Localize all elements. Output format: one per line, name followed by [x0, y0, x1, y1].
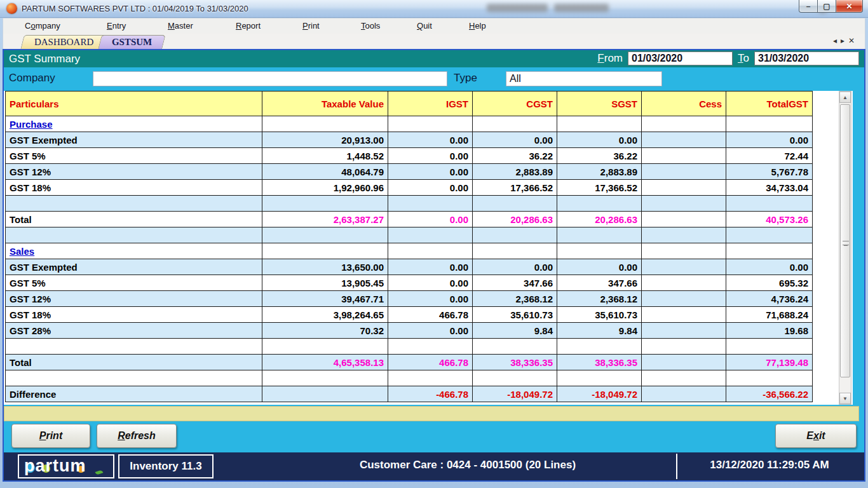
row-label: GST 12% [6, 164, 262, 180]
cell: 17,366.52 [557, 180, 642, 196]
cell: 36.22 [557, 148, 642, 164]
tab-gstsum[interactable]: GSTSUM [98, 35, 166, 49]
cell [642, 180, 726, 196]
table-row: GST 12%48,064.790.002,883.892,883.895,76… [6, 164, 813, 180]
cell [642, 148, 726, 164]
tab-nav: ◂▸✕ [833, 36, 858, 45]
to-date-input[interactable]: 31/03/2020 [754, 51, 859, 65]
product-version: Inventory 11.3 [118, 454, 214, 478]
col-particulars: Particulars [6, 92, 262, 116]
menu-entry[interactable]: Entry [107, 21, 126, 30]
cell [726, 243, 813, 259]
cell [473, 243, 557, 259]
table-row: GST 12%39,467.710.002,368.122,368.124,73… [6, 291, 813, 307]
cell [642, 339, 726, 355]
table-row: Total4,65,358.13466.7838,336.3538,336.35… [6, 355, 813, 370]
tab-close-icon[interactable]: ✕ [848, 36, 858, 45]
cell [642, 116, 726, 132]
cell: -466.78 [388, 386, 473, 402]
cell [388, 196, 473, 212]
cell: 2,883.89 [557, 164, 642, 180]
cell [388, 116, 473, 132]
tab-dashboard[interactable]: DASHBOARD [20, 35, 107, 49]
row-label: Difference [6, 386, 262, 402]
cell [642, 164, 726, 180]
table-row: GST 18%3,98,264.65466.7835,610.7335,610.… [6, 307, 813, 323]
cell [642, 132, 726, 148]
menu-print[interactable]: Print [302, 21, 320, 30]
row-label: GST 28% [6, 323, 262, 339]
cell: 35,610.73 [557, 307, 642, 323]
cell: 347.66 [557, 275, 642, 291]
vertical-scrollbar[interactable]: ▲ ▼ [839, 91, 851, 405]
scrollbar-thumb[interactable] [840, 104, 850, 377]
report-header: GST Summary From 01/03/2020 To 31/03/202… [4, 50, 864, 67]
cell: 48,064.79 [262, 164, 388, 180]
type-select[interactable]: All [506, 71, 662, 86]
table-row [6, 339, 813, 355]
cell [473, 339, 557, 355]
row-label [6, 339, 262, 355]
row-label [6, 227, 262, 243]
scrollbar-grip [843, 241, 849, 245]
from-date-input[interactable]: 01/03/2020 [628, 51, 733, 65]
row-label: Total [6, 355, 262, 370]
cell: 71,688.24 [726, 307, 813, 323]
tab-scroll-right-icon[interactable]: ▸ [841, 36, 848, 45]
cell: 0.00 [388, 323, 473, 339]
cell [262, 116, 388, 132]
menu-tools[interactable]: Tools [361, 21, 380, 30]
cell: 695.32 [726, 275, 813, 291]
menu-company[interactable]: Company [25, 21, 60, 30]
col-sgst: SGST [557, 92, 642, 116]
exit-button[interactable]: Exit [775, 424, 857, 448]
cell: 35,610.73 [473, 307, 557, 323]
cell [642, 196, 726, 212]
company-input[interactable] [93, 71, 447, 86]
close-button[interactable]: ✕ [836, 0, 863, 13]
cell: 0.00 [388, 259, 473, 275]
cell: 19.68 [726, 323, 813, 339]
menu-master[interactable]: Master [168, 21, 193, 30]
cell [262, 370, 388, 386]
table-header-row: Particulars Taxable Value IGST CGST SGST… [6, 92, 813, 116]
row-label: Total [6, 212, 262, 227]
scroll-up-icon[interactable]: ▲ [839, 92, 851, 103]
cell: 347.66 [473, 275, 557, 291]
section-link[interactable]: Purchase [10, 119, 53, 130]
cell [557, 243, 642, 259]
minimize-button[interactable]: – [799, 0, 818, 13]
section-link[interactable]: Sales [10, 246, 34, 257]
cell: 466.78 [388, 355, 473, 370]
table-row [6, 227, 813, 243]
tab-scroll-left-icon[interactable]: ◂ [833, 36, 841, 45]
cell: 20,913.00 [262, 132, 388, 148]
row-label[interactable]: Purchase [6, 116, 262, 132]
menu-quit[interactable]: Quit [417, 21, 432, 30]
table-row: GST 5%13,905.450.00347.66347.66695.32 [6, 275, 813, 291]
col-cess: Cess [642, 92, 726, 116]
cell [388, 339, 473, 355]
cell [557, 370, 642, 386]
row-label[interactable]: Sales [6, 243, 262, 259]
menu-bar: Company Entry Master Report Print Tools … [3, 18, 865, 34]
menu-help[interactable]: Help [469, 21, 486, 30]
cell [262, 227, 388, 243]
cell [642, 370, 726, 386]
customer-care-text: Customer Care : 0424 - 4001500 (20 Lines… [277, 459, 658, 471]
cell: 1,448.52 [262, 148, 388, 164]
scroll-down-icon[interactable]: ▼ [839, 393, 851, 404]
maximize-button[interactable]: ▢ [818, 0, 836, 13]
cell [726, 196, 813, 212]
print-button[interactable]: Print [11, 424, 90, 448]
row-label: GST 18% [6, 180, 262, 196]
row-label: GST 12% [6, 291, 262, 307]
menu-report[interactable]: Report [236, 21, 261, 30]
cell: -36,566.22 [726, 386, 813, 402]
table-row: GST 5%1,448.520.0036.2236.2272.44 [6, 148, 813, 164]
cell [726, 370, 813, 386]
refresh-button[interactable]: Refresh [97, 424, 177, 448]
filter-band: Company Type All [4, 67, 864, 91]
col-igst: IGST [388, 92, 473, 116]
table-row: GST Exempted20,913.000.000.000.000.00 [6, 132, 813, 148]
